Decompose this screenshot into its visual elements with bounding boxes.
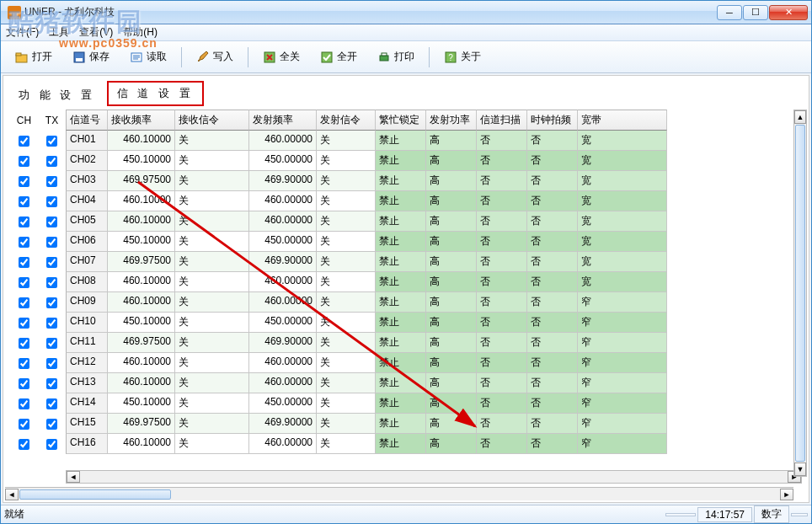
col-header-txsig[interactable]: 发射信令 <box>317 110 376 131</box>
cell-band[interactable]: 窄 <box>578 373 667 393</box>
tx-checkbox[interactable] <box>46 358 57 369</box>
cell-chno[interactable]: CH02 <box>66 151 108 171</box>
cell-busy[interactable]: 禁止 <box>376 353 426 373</box>
cell-rxsig[interactable]: 关 <box>175 131 249 151</box>
save-button[interactable]: 保存 <box>63 45 119 68</box>
cell-scan[interactable]: 否 <box>477 313 527 333</box>
minimize-button[interactable]: ─ <box>717 5 742 20</box>
cell-scan[interactable]: 否 <box>477 131 527 151</box>
cell-band[interactable]: 窄 <box>578 414 667 434</box>
scroll-thumb[interactable] <box>19 489 171 500</box>
cell-power[interactable]: 高 <box>426 191 477 211</box>
col-header-clock[interactable]: 时钟拍频 <box>527 110 578 131</box>
all-off-button[interactable]: 全关 <box>254 45 309 68</box>
cell-txsig[interactable]: 关 <box>317 171 376 191</box>
cell-txfreq[interactable]: 450.00000 <box>249 151 317 171</box>
cell-clock[interactable]: 否 <box>527 252 578 272</box>
write-button[interactable]: 写入 <box>187 45 243 68</box>
col-header-rxfreq[interactable]: 接收频率 <box>108 110 175 131</box>
grid-hscrollbar[interactable]: ◄ ► <box>66 470 802 484</box>
tx-checkbox[interactable] <box>46 277 57 288</box>
scroll-down-button[interactable]: ▼ <box>794 463 806 476</box>
maximize-button[interactable]: ☐ <box>743 5 768 20</box>
col-header-chno[interactable]: 信道号 <box>66 110 108 131</box>
scroll-left-button[interactable]: ◄ <box>67 471 80 483</box>
cell-rxsig[interactable]: 关 <box>175 414 249 434</box>
cell-rxsig[interactable]: 关 <box>175 434 249 454</box>
all-on-button[interactable]: 全开 <box>311 45 366 68</box>
cell-rxfreq[interactable]: 469.97500 <box>108 414 175 434</box>
cell-txsig[interactable]: 关 <box>317 191 376 211</box>
tx-checkbox[interactable] <box>46 196 57 207</box>
cell-chno[interactable]: CH07 <box>66 252 108 272</box>
cell-txfreq[interactable]: 469.90000 <box>249 414 317 434</box>
tx-checkbox[interactable] <box>46 237 57 248</box>
cell-band[interactable]: 宽 <box>578 272 667 292</box>
titlebar[interactable]: UNiER - 尤利尔科技 ─ ☐ ✕ <box>1 1 811 24</box>
cell-txfreq[interactable]: 469.90000 <box>249 252 317 272</box>
cell-band[interactable]: 窄 <box>578 292 667 313</box>
cell-rxsig[interactable]: 关 <box>175 171 249 191</box>
cell-rxfreq[interactable]: 450.10000 <box>108 393 175 414</box>
cell-rxsig[interactable]: 关 <box>175 151 249 171</box>
ch-checkbox[interactable] <box>19 338 29 349</box>
cell-txfreq[interactable]: 460.00000 <box>249 434 317 454</box>
cell-chno[interactable]: CH03 <box>66 171 108 191</box>
tx-checkbox[interactable] <box>46 318 57 329</box>
cell-band[interactable]: 宽 <box>578 131 667 151</box>
cell-power[interactable]: 高 <box>426 434 477 454</box>
cell-txsig[interactable]: 关 <box>317 252 376 272</box>
cell-band[interactable]: 宽 <box>578 191 667 211</box>
cell-scan[interactable]: 否 <box>477 434 527 454</box>
cell-rxsig[interactable]: 关 <box>175 333 249 353</box>
cell-rxfreq[interactable]: 450.10000 <box>108 313 175 333</box>
cell-clock[interactable]: 否 <box>527 211 578 232</box>
menu-view[interactable]: 查看(V) <box>79 25 113 40</box>
read-button[interactable]: 读取 <box>120 45 176 68</box>
cell-txfreq[interactable]: 460.00000 <box>249 191 317 211</box>
cell-txsig[interactable]: 关 <box>317 151 376 171</box>
scroll-thumb[interactable] <box>795 125 805 462</box>
ch-checkbox[interactable] <box>19 378 29 389</box>
ch-checkbox[interactable] <box>19 196 29 207</box>
cell-chno[interactable]: CH06 <box>66 232 108 252</box>
cell-txsig[interactable]: 关 <box>317 131 376 151</box>
tx-checkbox[interactable] <box>46 398 57 409</box>
cell-rxfreq[interactable]: 460.10000 <box>108 131 175 151</box>
cell-busy[interactable]: 禁止 <box>376 232 426 252</box>
cell-chno[interactable]: CH01 <box>66 131 108 151</box>
cell-power[interactable]: 高 <box>426 393 477 414</box>
cell-power[interactable]: 高 <box>426 131 477 151</box>
menu-help[interactable]: 帮助(H) <box>123 25 158 40</box>
col-header-band[interactable]: 宽带 <box>578 110 667 131</box>
cell-band[interactable]: 宽 <box>578 211 667 232</box>
cell-txsig[interactable]: 关 <box>317 373 376 393</box>
cell-scan[interactable]: 否 <box>477 292 527 313</box>
cell-rxfreq[interactable]: 460.10000 <box>108 211 175 232</box>
cell-txsig[interactable]: 关 <box>317 333 376 353</box>
cell-band[interactable]: 宽 <box>578 232 667 252</box>
cell-rxsig[interactable]: 关 <box>175 252 249 272</box>
cell-power[interactable]: 高 <box>426 292 477 313</box>
cell-rxfreq[interactable]: 469.97500 <box>108 252 175 272</box>
cell-txfreq[interactable]: 450.00000 <box>249 313 317 333</box>
col-header-power[interactable]: 发射功率 <box>426 110 477 131</box>
cell-band[interactable]: 窄 <box>578 434 667 454</box>
tx-checkbox[interactable] <box>46 297 57 308</box>
cell-chno[interactable]: CH09 <box>66 292 108 313</box>
cell-busy[interactable]: 禁止 <box>376 333 426 353</box>
cell-rxsig[interactable]: 关 <box>175 313 249 333</box>
col-header-txfreq[interactable]: 发射频率 <box>249 110 317 131</box>
cell-scan[interactable]: 否 <box>477 333 527 353</box>
cell-txfreq[interactable]: 460.00000 <box>249 292 317 313</box>
cell-rxsig[interactable]: 关 <box>175 232 249 252</box>
cell-chno[interactable]: CH14 <box>66 393 108 414</box>
ch-checkbox[interactable] <box>19 277 29 288</box>
cell-power[interactable]: 高 <box>426 373 477 393</box>
cell-band[interactable]: 窄 <box>578 313 667 333</box>
cell-txsig[interactable]: 关 <box>317 393 376 414</box>
cell-busy[interactable]: 禁止 <box>376 313 426 333</box>
ch-checkbox[interactable] <box>19 398 29 409</box>
cell-txfreq[interactable]: 450.00000 <box>249 232 317 252</box>
cell-rxfreq[interactable]: 460.10000 <box>108 373 175 393</box>
